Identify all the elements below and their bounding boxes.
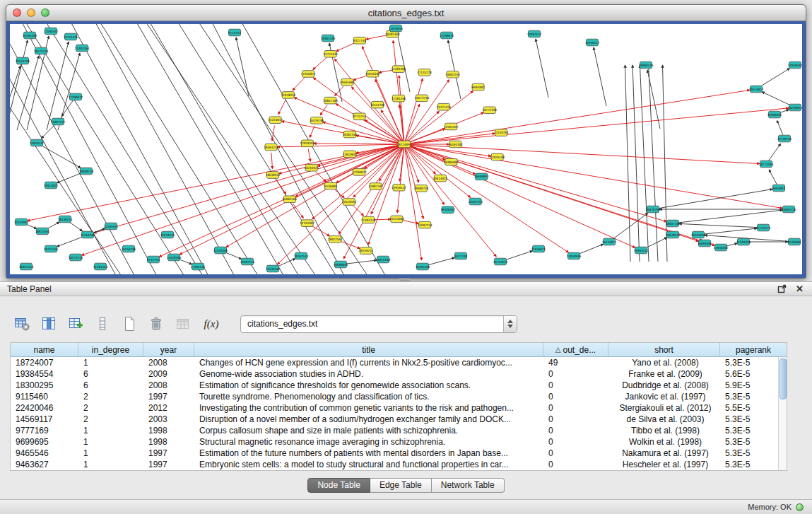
- graph-edge[interactable]: [657, 189, 772, 209]
- graph-node[interactable]: 19721426: [44, 245, 59, 252]
- graph-node[interactable]: 19721426: [437, 103, 452, 110]
- column-header-year[interactable]: year: [143, 343, 194, 357]
- graph-node[interactable]: 12505447: [104, 223, 119, 230]
- graph-edge[interactable]: [405, 104, 419, 141]
- graph-edge[interactable]: [407, 145, 782, 209]
- graph-edge[interactable]: [366, 35, 387, 40]
- graph-node[interactable]: 15234817: [602, 238, 617, 245]
- graph-node[interactable]: 9536098: [788, 238, 801, 245]
- column-header-pagerank[interactable]: pagerank: [720, 343, 787, 357]
- graph-node[interactable]: 11381264: [93, 263, 108, 270]
- table-row[interactable]: 977716911998Corpus callosum shape and si…: [11, 425, 787, 436]
- graph-edge[interactable]: [679, 223, 759, 227]
- graph-node[interactable]: 11007547: [368, 183, 383, 190]
- graph-node[interactable]: 14755634: [323, 51, 338, 58]
- graph-node[interactable]: 11554406: [389, 216, 404, 223]
- network-view[interactable]: 8724091616438312505447197214261057374411…: [10, 24, 802, 274]
- graph-node[interactable]: 11007547: [527, 30, 542, 37]
- graph-edge[interactable]: [397, 33, 410, 92]
- graph-node[interactable]: 11381264: [75, 45, 90, 52]
- graph-edge[interactable]: [406, 146, 568, 252]
- graph-edge[interactable]: [777, 120, 782, 134]
- graph-node[interactable]: 16906092: [444, 158, 459, 165]
- graph-node[interactable]: 16083466: [283, 196, 298, 203]
- graph-edge[interactable]: [336, 43, 355, 52]
- graph-node[interactable]: 16164383: [81, 231, 95, 238]
- graph-edge[interactable]: [320, 105, 327, 115]
- graph-edge[interactable]: [323, 122, 401, 144]
- graph-node[interactable]: 10847189: [323, 97, 338, 104]
- graph-node[interactable]: 12876180: [376, 256, 391, 263]
- graph-edge[interactable]: [374, 219, 390, 220]
- table-row[interactable]: 969969511998Structural magnetic resonanc…: [11, 436, 787, 448]
- graph-node[interactable]: 18301340: [342, 131, 357, 138]
- graph-node[interactable]: 18772396: [482, 107, 497, 114]
- graph-node[interactable]: 17656875: [301, 71, 316, 78]
- table-row[interactable]: 1872400712008Changes of HCN gene express…: [11, 357, 787, 368]
- graph-node[interactable]: 10414827: [433, 175, 448, 182]
- graph-edge[interactable]: [210, 24, 345, 274]
- graph-node[interactable]: 872409: [399, 141, 411, 148]
- show-columns-icon[interactable]: [38, 314, 59, 334]
- graph-node[interactable]: 18022561: [35, 228, 50, 235]
- column-header-in-degree[interactable]: in_degree: [78, 343, 143, 357]
- graph-node[interactable]: 18530214: [359, 247, 374, 255]
- table-row[interactable]: 1830029562008Estimation of significance …: [11, 380, 787, 391]
- import-table-icon[interactable]: [172, 314, 194, 334]
- graph-edge[interactable]: [69, 221, 83, 231]
- graph-edge[interactable]: [677, 210, 782, 223]
- graph-node[interactable]: 9715751: [228, 29, 242, 36]
- table-row[interactable]: 1938455462009Genome-wide association stu…: [11, 368, 787, 380]
- graph-node[interactable]: 9694887: [472, 83, 486, 90]
- graph-node[interactable]: 10414827: [749, 86, 764, 93]
- graph-edge[interactable]: [448, 40, 461, 99]
- graph-node[interactable]: 19088739: [639, 62, 654, 69]
- graph-node[interactable]: 15907254: [240, 258, 255, 265]
- graph-node[interactable]: 16164383: [448, 141, 463, 148]
- graph-edge[interactable]: [196, 24, 368, 274]
- graph-node[interactable]: 9694887: [772, 185, 786, 192]
- graph-node[interactable]: 11283309: [392, 66, 406, 73]
- graph-node[interactable]: 11007547: [51, 118, 66, 125]
- graph-node[interactable]: 16554786: [16, 57, 30, 64]
- graph-node[interactable]: 16906092: [767, 111, 782, 118]
- graph-node[interactable]: 12958597: [788, 62, 802, 69]
- graph-node[interactable]: 14662554: [782, 206, 796, 213]
- graph-node[interactable]: 19565683: [691, 231, 706, 238]
- graph-node[interactable]: 18236921: [304, 164, 319, 171]
- graph-edge[interactable]: [44, 24, 204, 274]
- graph-node[interactable]: 10197533: [294, 252, 309, 259]
- graph-node[interactable]: 12345907: [300, 220, 314, 227]
- table-row[interactable]: 946554611997Estimation of the future num…: [11, 448, 787, 459]
- graph-node[interactable]: 11283309: [736, 238, 751, 245]
- graph-edge[interactable]: [505, 251, 533, 260]
- graph-edge[interactable]: [663, 65, 667, 262]
- window-titlebar[interactable]: citations_edges.txt: [6, 5, 806, 21]
- graph-edge[interactable]: [427, 257, 455, 265]
- graph-node[interactable]: 11858959: [567, 252, 582, 259]
- edit-table-icon[interactable]: [65, 314, 86, 334]
- graph-edge[interactable]: [594, 47, 606, 106]
- table-row[interactable]: 2242004622012Investigating the contribut…: [11, 402, 787, 414]
- graph-edge[interactable]: [702, 228, 757, 234]
- graph-edge[interactable]: [407, 108, 789, 144]
- close-window-button[interactable]: [13, 8, 21, 17]
- graph-node[interactable]: 16680893: [334, 261, 348, 268]
- graph-edge[interactable]: [578, 244, 604, 254]
- graph-node[interactable]: 14528564: [167, 254, 182, 261]
- function-builder-button[interactable]: f(x): [199, 314, 223, 334]
- graph-edge[interactable]: [649, 65, 658, 262]
- graph-node[interactable]: 18495468: [416, 263, 430, 270]
- graph-edge[interactable]: [293, 78, 305, 90]
- graph-node[interactable]: 19336362: [266, 265, 281, 272]
- combo-stepper-icon[interactable]: [503, 316, 517, 332]
- graph-edge[interactable]: [613, 213, 648, 239]
- graph-node[interactable]: 10197533: [468, 198, 483, 205]
- graph-edge[interactable]: [175, 24, 336, 274]
- graph-edge[interactable]: [314, 144, 401, 144]
- graph-node[interactable]: 17290072: [352, 169, 367, 176]
- graph-node[interactable]: 14662554: [445, 71, 460, 78]
- graph-node[interactable]: 17656875: [531, 245, 546, 252]
- graph-edge[interactable]: [40, 145, 81, 168]
- graph-edge[interactable]: [345, 260, 377, 264]
